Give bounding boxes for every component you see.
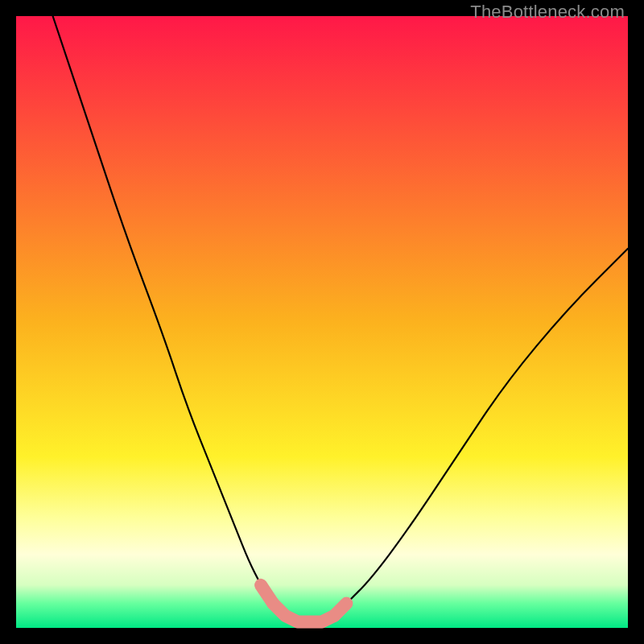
bottleneck-curve [53,16,628,621]
valley-highlight-segment [334,604,346,616]
valley-highlight [261,585,346,622]
chart-plot-area [16,16,628,628]
valley-highlight-segment [273,604,334,622]
watermark: TheBottleneck.com [470,2,625,23]
